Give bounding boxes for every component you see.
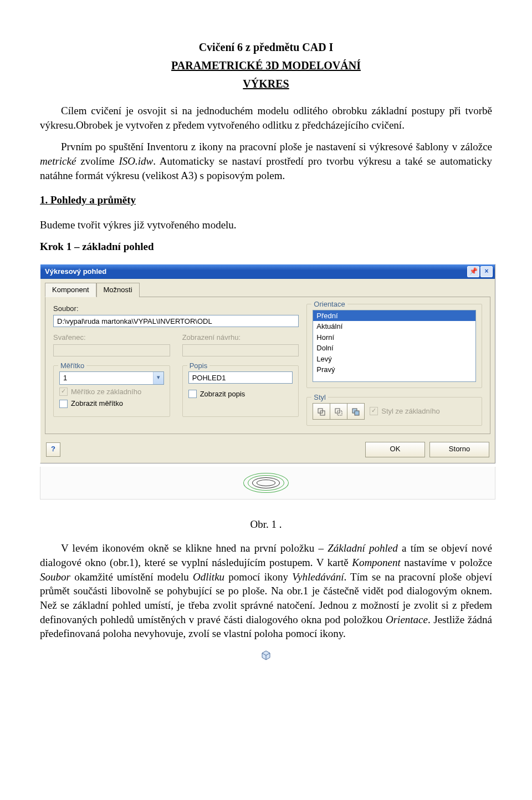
orient-opt-levy[interactable]: Levý xyxy=(313,354,475,365)
svg-rect-5 xyxy=(355,411,359,415)
dialog-tabs: Komponent Možnosti xyxy=(40,279,495,297)
zobrazeni-label: Zobrazení návrhu: xyxy=(182,333,299,343)
cancel-button[interactable]: Storno xyxy=(429,442,489,457)
cube-orientation-icon xyxy=(260,649,272,661)
ok-button[interactable]: OK xyxy=(365,442,425,457)
meritko-value: 1 xyxy=(60,372,153,384)
dialog-title: Výkresový pohled xyxy=(45,267,106,277)
orient-opt-dolni[interactable]: Dolní xyxy=(313,343,475,354)
orient-opt-pravy[interactable]: Pravý xyxy=(313,364,475,375)
popis-legend: Popis xyxy=(187,361,210,371)
soubor-input[interactable]: D:\vypal\ruda martonka\VYPAL\INVERTOR\OD… xyxy=(53,315,299,327)
orientace-listbox[interactable]: Přední Aktuální Horní Dolní Levý Pravý xyxy=(313,310,476,382)
style-shaded-icon[interactable] xyxy=(347,403,365,420)
step-1-head: Krok 1 – základní pohled xyxy=(40,240,492,254)
dialog-titlebar[interactable]: Výkresový pohled 📌 × xyxy=(40,264,495,279)
section-1-head: 1. Pohledy a průměty xyxy=(40,193,492,207)
style-hidden-on-icon[interactable] xyxy=(330,403,347,420)
soubor-label: Soubor: xyxy=(53,304,299,314)
section-1-body: Budeme tvořit výkres již vytvořeného mod… xyxy=(40,218,492,232)
tab-komponent[interactable]: Komponent xyxy=(45,283,96,297)
chevron-down-icon[interactable]: ▾ xyxy=(153,372,163,384)
cb-meritko-zakl: Měřítko ze základního xyxy=(71,387,141,397)
popis-group: Popis POHLED1 Zobrazit popis xyxy=(182,365,299,417)
orientace-legend: Orientace xyxy=(311,299,347,309)
meritko-dropdown[interactable]: 1 ▾ xyxy=(59,371,164,385)
meritko-group: Měřítko 1 ▾ ✓Měřítko ze základního Zobra… xyxy=(53,365,170,417)
orient-opt-aktualni[interactable]: Aktuální xyxy=(313,321,475,332)
doc-subtitle: PARAMETRICKÉ 3D MODELOVÁNÍ xyxy=(40,58,492,73)
cb-zobrazit-meritko[interactable]: Zobrazit měřítko xyxy=(71,399,123,409)
orientace-group: Orientace Přední Aktuální Horní Dolní Le… xyxy=(306,304,482,388)
intro-para-2: Prvním po spuštění Inventoru z ikony na … xyxy=(40,140,492,182)
zobrazeni-input xyxy=(182,344,299,356)
close-icon[interactable]: × xyxy=(480,266,493,277)
meritko-legend: Měřítko xyxy=(58,361,86,371)
tab-moznosti[interactable]: Možnosti xyxy=(96,283,140,297)
popis-input[interactable]: POHLED1 xyxy=(188,371,293,384)
para-3: V levém ikonovém okně se klikne hned na … xyxy=(40,541,492,640)
canvas-preview xyxy=(40,467,495,500)
svarenec-input xyxy=(53,344,170,356)
style-hidden-off-icon[interactable] xyxy=(313,403,330,420)
help-button[interactable]: ? xyxy=(46,442,60,457)
pin-icon[interactable]: 📌 xyxy=(467,266,479,277)
styl-legend: Styl xyxy=(311,393,328,402)
orient-opt-predni[interactable]: Přední xyxy=(313,310,475,322)
figure-1-caption: Obr. 1 . xyxy=(40,517,492,532)
cb-styl-zakl: Styl ze základního xyxy=(381,406,440,416)
doc-subtitle-2: VÝKRES xyxy=(40,77,492,91)
dialog-window: Výkresový pohled 📌 × Komponent Možnosti … xyxy=(40,264,495,463)
cb-zobrazit-popis[interactable]: Zobrazit popis xyxy=(200,389,245,399)
styl-group: Styl ✓Styl xyxy=(306,397,482,426)
intro-para-1: Cílem cvičení je osvojit si na jednoduch… xyxy=(40,104,492,132)
doc-title: Cvičení 6 z předmětu CAD I xyxy=(40,40,492,55)
svarenec-label: Svařenec: xyxy=(53,333,170,343)
orient-opt-horni[interactable]: Horní xyxy=(313,332,475,343)
